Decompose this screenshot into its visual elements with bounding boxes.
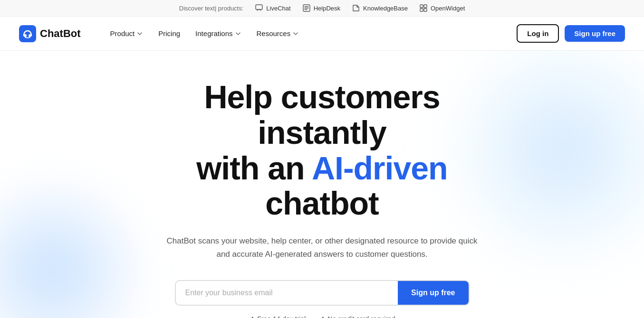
openwidget-icon — [419, 4, 428, 12]
banner-openwidget[interactable]: OpenWidget — [419, 4, 465, 12]
perk-trial: ✓ Free 14-day trial — [249, 315, 306, 318]
knowledgebase-icon — [352, 4, 360, 12]
email-input[interactable] — [176, 281, 398, 305]
hero-subtitle: ChatBot scans your website, help center,… — [161, 234, 484, 261]
logo-icon — [19, 25, 36, 42]
svg-rect-2 — [420, 5, 423, 8]
svg-rect-4 — [420, 9, 423, 11]
hero-title: Help customers instantly with an AI-driv… — [137, 79, 508, 221]
nav-links: Product Pricing Integrations Resources — [104, 26, 517, 41]
nav-product[interactable]: Product — [104, 26, 150, 41]
discover-label: Discover text| products: — [179, 5, 244, 12]
signup-hero-button[interactable]: Sign up free — [398, 281, 468, 305]
hero-section: Help customers instantly with an AI-driv… — [0, 51, 644, 318]
banner-livechat[interactable]: LiveChat — [255, 4, 290, 12]
product-chevron-icon — [136, 30, 143, 37]
nav-resources[interactable]: Resources — [250, 26, 306, 41]
banner-knowledgebase[interactable]: KnowledgeBase — [352, 4, 408, 12]
check-nocredit-icon: ✓ — [319, 315, 325, 318]
svg-rect-6 — [19, 25, 36, 42]
svg-rect-5 — [424, 9, 427, 11]
logo-link[interactable]: ChatBot — [19, 25, 81, 42]
bg-blob-left — [0, 180, 143, 318]
signup-nav-button[interactable]: Sign up free — [565, 25, 625, 42]
svg-rect-3 — [424, 5, 427, 8]
resources-chevron-icon — [292, 30, 299, 37]
integrations-chevron-icon — [235, 30, 241, 37]
hero-form: Sign up free — [175, 280, 470, 306]
login-button[interactable]: Log in — [517, 24, 559, 43]
hero-perks: ✓ Free 14-day trial ✓ No credit card req… — [137, 315, 508, 318]
nav-pricing[interactable]: Pricing — [152, 26, 187, 41]
hero-title-highlight: AI-driven — [312, 150, 448, 186]
navbar: ChatBot Product Pricing Integrations Res… — [0, 17, 644, 51]
perk-nocredit: ✓ No credit card required — [319, 315, 395, 318]
helpdesk-icon — [302, 4, 311, 12]
livechat-icon — [255, 4, 263, 12]
logo-text: ChatBot — [40, 28, 81, 40]
nav-actions: Log in Sign up free — [517, 24, 625, 43]
nav-integrations[interactable]: Integrations — [189, 26, 248, 41]
top-banner: Discover text| products: LiveChat HelpDe… — [0, 0, 644, 17]
banner-helpdesk[interactable]: HelpDesk — [302, 4, 340, 12]
hero-content: Help customers instantly with an AI-driv… — [127, 51, 517, 318]
check-trial-icon: ✓ — [249, 315, 254, 318]
svg-rect-0 — [256, 5, 262, 9]
